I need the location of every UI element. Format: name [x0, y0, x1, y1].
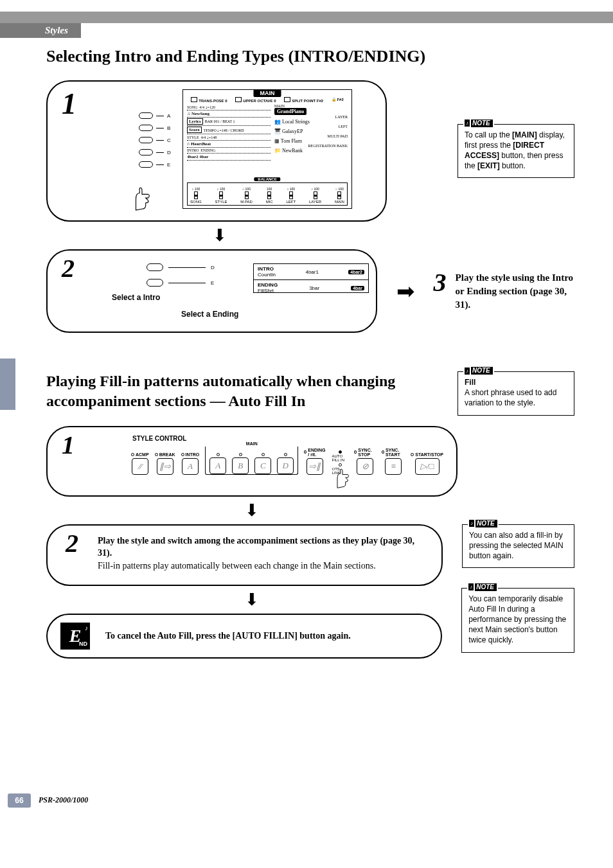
- note-disable-autofill: ♪NOTE You can temporarily disable Auto F…: [461, 588, 574, 653]
- sc-step-number: 1: [62, 430, 75, 460]
- end-badge: E ND ♪: [60, 623, 90, 650]
- step-d-number: 2: [66, 528, 78, 558]
- main-d-button[interactable]: D: [277, 453, 294, 474]
- arrow-down-icon-3: ⬇: [233, 590, 271, 610]
- caption-select-intro: Select a Intro: [112, 293, 160, 302]
- hardware-buttons-left: A B C D E: [139, 112, 171, 168]
- hw-button-b[interactable]: B: [139, 125, 171, 131]
- lcd-title: MAIN: [254, 89, 281, 97]
- hw-button-a[interactable]: A: [139, 112, 171, 119]
- ending-button[interactable]: ENDING / rit.⇨‖: [304, 448, 326, 475]
- page-title-2: Playing Fill-in patterns automatically w…: [46, 371, 432, 411]
- note-fill-definition: ♪NOTE Fill A short phrase used to add va…: [458, 371, 574, 416]
- step-1-number: 1: [62, 87, 76, 121]
- main-b-button[interactable]: B: [232, 453, 249, 474]
- page-number: 66: [8, 793, 31, 808]
- hw-button-e-2[interactable]: E: [147, 279, 215, 287]
- main-a-button[interactable]: A: [209, 453, 226, 474]
- page-title-1: Selecting Intro and Ending Types (INTRO/…: [46, 47, 574, 66]
- end-text: To cancel the Auto Fill, press the [AUTO…: [105, 631, 351, 641]
- hw-button-c[interactable]: C: [139, 137, 171, 143]
- side-tab: [0, 359, 15, 410]
- main-group: MAIN A B C D: [205, 447, 298, 475]
- hw-button-d-2[interactable]: D: [147, 263, 215, 271]
- sync-start-button[interactable]: SYNC. START≡: [382, 448, 405, 475]
- step-d-bold: Play the style and switch among the acco…: [98, 536, 414, 558]
- intro-ending-lcd: INTROCountIn4bar14bar2 ENDINGFillShrt3ba…: [253, 263, 369, 293]
- arrow-right-icon: ➡: [396, 278, 414, 304]
- arrow-down-icon-2: ⬇: [233, 500, 271, 520]
- pointing-hand-icon: [130, 187, 154, 214]
- auto-fill-in-led[interactable]: AUTO FILL IN: [332, 450, 349, 462]
- top-grey-bar: [0, 12, 613, 23]
- step-d-panel: 2 Play the style and switch among the ac…: [46, 524, 443, 586]
- step-3-block: 3 Play the style using the Intro or Endi…: [434, 271, 574, 312]
- style-control-panel: 1 STYLE CONTROL ACMP⫽ BREAK‖⇨ INTROA MAI…: [46, 426, 458, 497]
- hw-button-e[interactable]: E: [139, 161, 171, 168]
- page-footer: 66 PSR-2000/1000: [8, 793, 613, 808]
- main-c-button[interactable]: C: [254, 453, 271, 474]
- sync-stop-button[interactable]: SYNC. STOP⊘: [354, 448, 376, 475]
- note-add-fillin: ♪NOTE You can also add a fill-in by pres…: [462, 524, 574, 569]
- break-button[interactable]: BREAK‖⇨: [155, 452, 175, 475]
- hw-button-d[interactable]: D: [139, 149, 171, 155]
- step2-hw-buttons: D E: [147, 263, 215, 287]
- step-1-panel: 1 A B C D E MAIN TRANS-POSE 0 UPPER OCTA…: [46, 80, 387, 222]
- main-lcd-screen: MAIN TRANS-POSE 0 UPPER OCTAVE 0 SPLIT P…: [182, 89, 352, 209]
- arrow-down-icon: ⬇: [200, 226, 239, 245]
- section-tab: Styles: [0, 23, 81, 38]
- step-2-number: 2: [62, 253, 75, 283]
- step-d-body: Fill-in patterns play automatically betw…: [98, 561, 376, 571]
- end-panel: E ND ♪ To cancel the Auto Fill, press th…: [46, 614, 442, 659]
- pointing-hand-icon-2: [332, 468, 353, 492]
- start-stop-button[interactable]: START/STOP▷/□: [411, 452, 443, 475]
- step-3-number: 3: [434, 267, 447, 297]
- acmp-button[interactable]: ACMP⫽: [131, 452, 149, 475]
- step-2-panel: 2 D E INTROCountIn4bar14bar2 ENDINGFillS…: [46, 249, 377, 333]
- step-3-text: Play the style using the Intro or Ending…: [456, 271, 574, 312]
- caption-select-ending: Select a Ending: [181, 310, 238, 319]
- intro-button[interactable]: INTROA: [181, 452, 200, 475]
- note-main-display: ♪NOTE To call up the [MAIN] display, fir…: [458, 124, 574, 179]
- model-name: PSR-2000/1000: [39, 795, 88, 805]
- style-control-label: STYLE CONTROL: [132, 435, 186, 442]
